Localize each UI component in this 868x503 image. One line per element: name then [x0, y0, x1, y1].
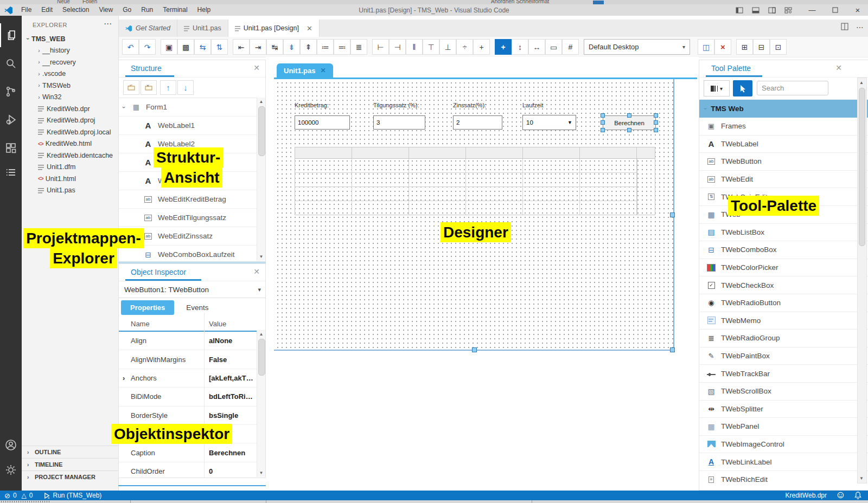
form-stringgrid[interactable]	[295, 147, 655, 215]
palette-item[interactable]: ✓TWebCheckBox	[699, 276, 868, 294]
scroll-down-icon[interactable]: ▼	[257, 470, 265, 475]
tree-item-folder[interactable]: ›__recovery	[22, 56, 118, 68]
sidebar-more-icon[interactable]: ⋯	[104, 19, 112, 29]
toolbar-align-centers-vertical-icon[interactable]: ⇅	[211, 39, 228, 55]
tree-item-file[interactable]: KreditWeb.dproj	[22, 115, 118, 127]
tab-properties[interactable]: Properties	[121, 300, 174, 315]
property-value[interactable]: alNone	[204, 337, 232, 345]
form-edit-input[interactable]: 100000	[295, 115, 350, 130]
structure-close-icon[interactable]: ✕	[253, 63, 260, 72]
palette-item[interactable]: ≣TWebRadioGroup	[699, 330, 868, 347]
warnings-icon[interactable]: △	[22, 492, 27, 499]
tool-palette-close-icon[interactable]: ✕	[835, 63, 842, 72]
property-row[interactable]: ChildOrder0	[119, 462, 265, 478]
structure-item[interactable]: AWebLabel1	[119, 117, 265, 135]
palette-item[interactable]: ▤TWebListBox	[699, 224, 868, 242]
selection-handle[interactable]	[654, 128, 658, 132]
move-up-icon[interactable]: ↑	[160, 80, 176, 95]
property-row[interactable]: ›Anchors[akLeft,akT…	[119, 369, 265, 388]
scroll-up-icon[interactable]: ▲	[257, 332, 265, 337]
selection-handle[interactable]	[601, 128, 605, 132]
toolbar-view-hierarchy-icon[interactable]: ⊞	[736, 39, 753, 55]
palette-item[interactable]: ⊟TWebComboBox	[699, 241, 868, 259]
toolbar-redo-icon[interactable]: ↷	[139, 39, 156, 55]
expand-icon[interactable]: ›	[123, 374, 125, 382]
palette-item[interactable]: ▦TWebPanel	[699, 418, 868, 436]
minimize-button[interactable]: —	[804, 4, 820, 16]
palette-item[interactable]: ✎TWebPaintBox	[699, 347, 868, 365]
maximize-button[interactable]	[827, 4, 843, 16]
palette-item[interactable]: ▣Frames	[699, 118, 868, 136]
palette-item[interactable]: TWebTrackBar	[699, 365, 868, 383]
toolbar-space-vertically-equal-icon[interactable]: ⇞	[300, 39, 317, 55]
warnings-count[interactable]: 0	[29, 492, 33, 499]
run-status-label[interactable]: Run (TMS_Web)	[53, 492, 102, 499]
tree-item-file[interactable]: KreditWeb.dproj.local	[22, 126, 118, 138]
tree-item-file[interactable]: Unit1.pas	[22, 185, 118, 197]
scroll-up-icon[interactable]: ▲	[858, 80, 865, 85]
toolbar-space-horizontally-remove-icon[interactable]: ↹	[266, 39, 283, 55]
settings-gear-icon[interactable]	[0, 458, 22, 482]
toolbar-center-horizontally-icon[interactable]: ‖	[406, 39, 423, 55]
palette-item[interactable]: ⇹TWebSplitter	[699, 401, 868, 418]
toolbar-center-vertically-icon[interactable]: ÷	[456, 39, 473, 55]
device-select[interactable]: Default Desktop▾	[584, 39, 690, 55]
move-down-icon[interactable]: ↓	[177, 80, 194, 95]
close-button[interactable]: ×	[850, 4, 866, 16]
layout-panel-icon[interactable]	[748, 4, 764, 16]
extensions-icon[interactable]	[0, 136, 22, 160]
delete-item-icon[interactable]	[141, 80, 157, 95]
menu-item-view[interactable]: View	[94, 4, 118, 16]
selection-handle[interactable]	[627, 128, 631, 132]
property-value[interactable]: False	[204, 356, 227, 364]
object-inspector-scrollbar[interactable]: ▲ ▼	[257, 330, 265, 477]
menu-item-terminal[interactable]: Terminal	[158, 4, 192, 16]
toolbar-delete-control-icon[interactable]: ×	[714, 39, 731, 55]
scroll-down-icon[interactable]: ▼	[858, 476, 865, 481]
tree-item-folder[interactable]: ›Win32	[22, 92, 118, 104]
toolbar-snap-to-grid-icon[interactable]: #	[562, 39, 579, 55]
more-actions-icon[interactable]: ⋯	[856, 23, 864, 33]
form-edit-input[interactable]: 3	[373, 115, 425, 130]
property-row[interactable]: CaptionBerechnen	[119, 443, 265, 462]
active-project-label[interactable]: KreditWeb.dpr	[786, 492, 827, 499]
sidebar-section-outline[interactable]: ›OUTLINE	[22, 446, 118, 458]
toolbar-align-left-edges-icon[interactable]: ⊢	[372, 39, 389, 55]
palette-item[interactable]: ATWebLabel	[699, 136, 868, 153]
property-value[interactable]: Berechnen	[204, 449, 245, 457]
selection-handle[interactable]	[654, 120, 658, 125]
form-resize-handle-right[interactable]	[670, 212, 675, 217]
toolbar-align-centers-horizontal-icon[interactable]: ⇆	[194, 39, 211, 55]
property-row[interactable]: AlignalNone	[119, 332, 265, 350]
editor-tab[interactable]: Get Started	[119, 20, 177, 37]
toolbar-space-vertically-icon[interactable]: ⇟	[283, 39, 300, 55]
menu-item-run[interactable]: Run	[136, 4, 158, 16]
toolbar-space-horizontally-icon[interactable]: ⇤	[233, 39, 250, 55]
palette-item[interactable]: TWebImageControl	[699, 436, 868, 454]
toolbar-view-details-icon[interactable]: ⊟	[753, 39, 770, 55]
tree-item-file[interactable]: <>Unit1.html	[22, 173, 118, 185]
close-tab-icon[interactable]: ✕	[307, 24, 312, 33]
palette-item[interactable]: TWebMemo	[699, 312, 868, 330]
menu-item-help[interactable]: Help	[193, 4, 216, 16]
menu-item-selection[interactable]: Selection	[58, 4, 94, 16]
form-designer-canvas[interactable]: Kreditbetrag:Tilgungssatz (%):Zinssatz(%…	[274, 79, 674, 351]
palette-search-input[interactable]	[757, 81, 828, 95]
new-item-icon[interactable]	[123, 80, 139, 95]
source-control-icon[interactable]	[0, 80, 22, 104]
structure-item[interactable]: ›▦Form1	[119, 98, 265, 117]
run-debug-icon[interactable]	[0, 108, 22, 132]
toolbar-make-same-size-icon[interactable]: ≣	[350, 39, 367, 55]
form-resize-handle-bottom[interactable]	[472, 347, 477, 352]
property-value[interactable]: bsSingle	[204, 411, 238, 420]
bell-icon[interactable]	[854, 492, 861, 499]
property-value[interactable]: 0	[204, 467, 213, 475]
layout-customize-icon[interactable]	[780, 4, 796, 16]
layout-sidebar-icon[interactable]	[731, 4, 748, 16]
close-icon[interactable]: ✕	[321, 67, 326, 74]
menu-item-file[interactable]: File	[16, 4, 36, 16]
toolbar-align-bottom-edges-icon[interactable]: ⊥	[439, 39, 456, 55]
property-row[interactable]: BiDiModebdLeftToRi…	[119, 388, 265, 406]
toolbar-bring-to-front-icon[interactable]: ▣	[161, 39, 177, 55]
tree-root[interactable]: ›TMS_WEB	[22, 33, 118, 45]
